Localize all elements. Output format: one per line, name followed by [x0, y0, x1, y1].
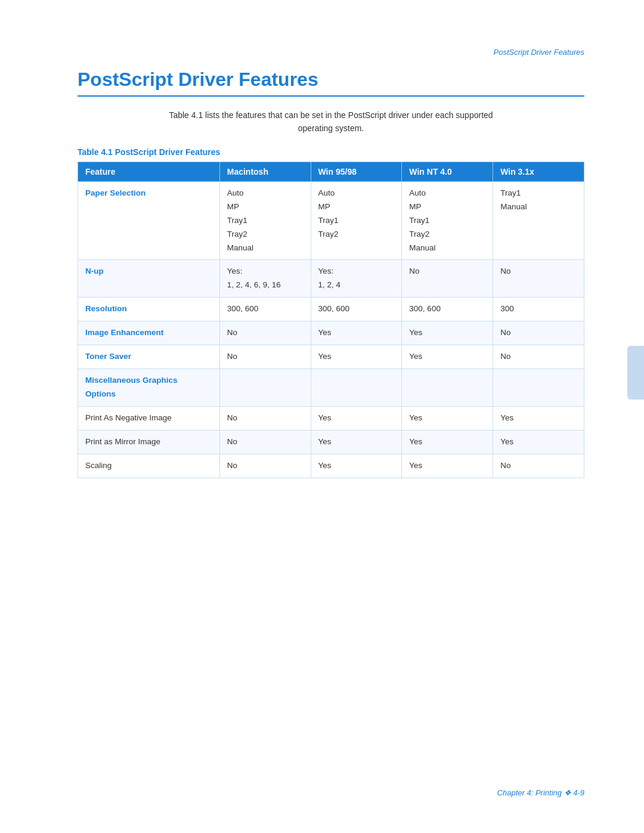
table-row: Toner SaverNoYesYesNo [78, 345, 584, 369]
data-cell: No [219, 345, 311, 369]
data-cell: Yes [402, 454, 493, 478]
chapter-header: PostScript Driver Features [78, 48, 584, 57]
data-cell: Yes [402, 345, 493, 369]
feature-cell-label: Image Enhancement [85, 328, 163, 337]
table-row: N-upYes: 1, 2, 4, 6, 9, 16Yes: 1, 2, 4No… [78, 260, 584, 298]
data-cell: No [219, 407, 311, 431]
data-cell [311, 369, 402, 407]
data-cell: Auto MP Tray1 Tray2 [311, 181, 402, 260]
col-header-win9598: Win 95/98 [311, 162, 402, 181]
feature-cell-label: Resolution [85, 304, 127, 313]
data-cell [219, 369, 311, 407]
page-container: PostScript Driver Features PostScript Dr… [0, 0, 644, 833]
data-cell: Yes [311, 454, 402, 478]
data-cell: 300, 600 [311, 298, 402, 321]
data-cell: Yes [493, 407, 584, 431]
data-cell: No [493, 345, 584, 369]
col-header-win31: Win 3.1x [493, 162, 584, 181]
intro-text: Table 4.1 lists the features that can be… [152, 109, 510, 135]
data-cell: Yes [311, 321, 402, 345]
col-header-winnt: Win NT 4.0 [402, 162, 493, 181]
table-row: ScalingNoYesYesNo [78, 454, 584, 478]
data-cell [493, 369, 584, 407]
table-row: Print As Negative ImageNoYesYesYes [78, 407, 584, 431]
table-row: Resolution300, 600300, 600300, 600300 [78, 298, 584, 321]
table-row: Miscellaneous GraphicsOptions [78, 369, 584, 407]
data-cell: No [402, 260, 493, 298]
footer-text: Chapter 4: Printing ❖ 4-9 [497, 788, 584, 797]
data-cell: Yes [493, 430, 584, 454]
data-cell: Auto MP Tray1 Tray2 Manual [402, 181, 493, 260]
data-cell: Yes: 1, 2, 4 [311, 260, 402, 298]
data-cell: Tray1 Manual [493, 181, 584, 260]
data-cell: Yes [311, 430, 402, 454]
data-cell: No [493, 321, 584, 345]
feature-cell-label: Toner Saver [85, 352, 131, 361]
page-title: PostScript Driver Features [78, 69, 584, 97]
col-header-mac: Macintosh [219, 162, 311, 181]
data-cell: 300, 600 [219, 298, 311, 321]
data-cell: Yes [311, 407, 402, 431]
table-row: Paper SelectionAuto MP Tray1 Tray2 Manua… [78, 181, 584, 260]
data-cell: No [493, 260, 584, 298]
data-cell: Yes [402, 407, 493, 431]
table-caption: Table 4.1 PostScript Driver Features [78, 147, 584, 157]
data-cell: Yes [402, 430, 493, 454]
table-header-row: Feature Macintosh Win 95/98 Win NT 4.0 W… [78, 162, 584, 181]
data-cell: No [493, 454, 584, 478]
table-row: Image EnhancementNoYesYesNo [78, 321, 584, 345]
data-cell: No [219, 321, 311, 345]
data-cell: Yes: 1, 2, 4, 6, 9, 16 [219, 260, 311, 298]
feature-cell-label: Scaling [85, 461, 112, 470]
data-cell: Yes [402, 321, 493, 345]
col-header-feature: Feature [78, 162, 220, 181]
feature-cell-label: Paper Selection [85, 188, 145, 197]
feature-cell-label: Print as Mirror Image [85, 437, 160, 446]
data-cell: No [219, 430, 311, 454]
table-row: Print as Mirror ImageNoYesYesYes [78, 430, 584, 454]
data-cell [402, 369, 493, 407]
data-cell: 300 [493, 298, 584, 321]
sidebar-tab [627, 346, 644, 400]
feature-cell-label: Print As Negative Image [85, 413, 172, 422]
data-cell: 300, 600 [402, 298, 493, 321]
data-cell: Auto MP Tray1 Tray2 Manual [219, 181, 311, 260]
feature-cell-label: N-up [85, 267, 104, 275]
feature-cell-label: Miscellaneous GraphicsOptions [85, 376, 178, 398]
features-table: Feature Macintosh Win 95/98 Win NT 4.0 W… [78, 162, 584, 478]
data-cell: Yes [311, 345, 402, 369]
data-cell: No [219, 454, 311, 478]
